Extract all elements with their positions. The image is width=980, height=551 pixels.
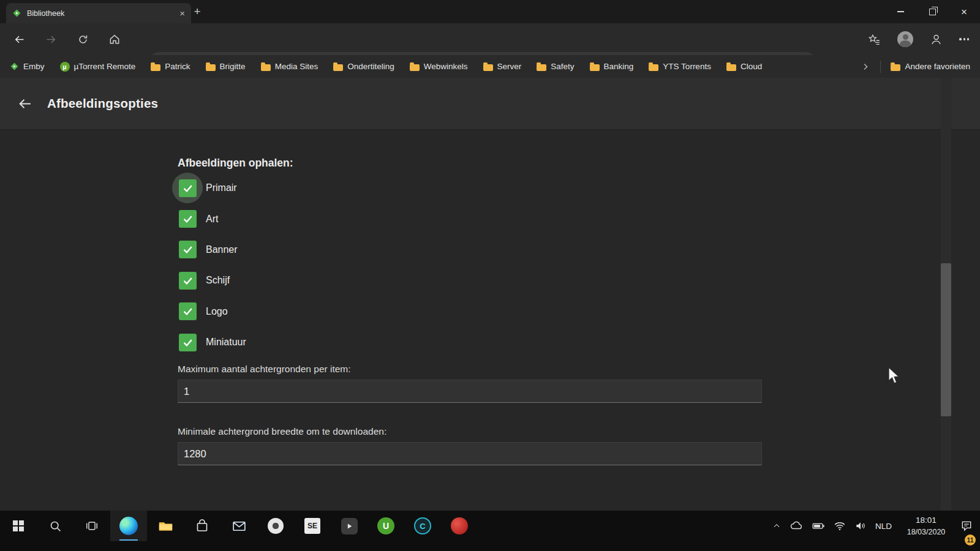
min-width-label: Minimale achtergrond breedte om te downl… — [178, 426, 386, 437]
network-wifi-icon[interactable] — [834, 520, 846, 532]
checkbox-row-schijf[interactable]: Schijf — [172, 265, 246, 296]
taskbar-voice-recorder-button[interactable] — [257, 511, 294, 541]
checkbox-row-primair[interactable]: Primair — [172, 173, 246, 203]
checkbox-primair[interactable] — [179, 179, 197, 197]
browser-tab[interactable]: Bibliotheek × — [6, 3, 191, 23]
minimize-button[interactable] — [884, 0, 916, 23]
browser-toolbar: https://www.privateyes.video :8920/web/i… — [0, 23, 980, 55]
bookmark-label: Ondertiteling — [347, 62, 394, 71]
bookmark-folder-media-sites[interactable]: Media Sites — [261, 62, 318, 71]
bookmark-label: Banking — [604, 62, 634, 71]
file-explorer-icon — [157, 518, 174, 534]
page-header: Afbeeldingsopties — [0, 78, 980, 130]
checkbox-logo[interactable] — [179, 302, 197, 320]
notification-count-badge: 11 — [965, 534, 976, 545]
bookmark-label: Server — [497, 62, 522, 71]
back-button[interactable] — [9, 29, 29, 50]
windows-taskbar: SE U C NLD 18:01 18/03/2020 — [0, 511, 980, 551]
bookmark-folder-patrick[interactable]: Patrick — [151, 62, 190, 71]
checkbox-art[interactable] — [179, 210, 197, 228]
taskbar-app-red-button[interactable] — [441, 511, 478, 541]
onedrive-cloud-icon[interactable] — [790, 519, 803, 533]
task-view-button[interactable] — [74, 511, 110, 541]
dialog-content: Afbeeldingen ophalen: Primair Art — [0, 130, 980, 511]
checkbox-banner[interactable] — [179, 241, 197, 258]
checkbox-row-art[interactable]: Art — [172, 203, 246, 234]
bookmark-folder-server[interactable]: Server — [483, 62, 522, 71]
checkbox-label: Schijf — [206, 275, 230, 286]
favorites-bar-icon[interactable] — [868, 33, 881, 46]
tray-chevron-up-icon[interactable] — [772, 522, 781, 530]
scrollbar-thumb[interactable] — [941, 263, 951, 416]
taskbar-file-explorer-button[interactable] — [147, 511, 184, 541]
folder-icon — [151, 64, 160, 71]
checkbox-label: Logo — [206, 306, 228, 317]
bookmark-folder-safety[interactable]: Safety — [537, 62, 574, 71]
max-backdrops-input[interactable] — [178, 380, 762, 403]
back-arrow-icon — [17, 96, 32, 111]
profile-avatar[interactable] — [897, 31, 913, 47]
bookmark-emby[interactable]: Emby — [10, 62, 45, 71]
back-icon — [13, 33, 26, 46]
refresh-button[interactable] — [72, 29, 93, 50]
folder-icon — [333, 64, 343, 71]
home-button[interactable] — [104, 29, 125, 50]
checkmark-icon — [182, 244, 194, 255]
battery-icon[interactable] — [812, 519, 825, 533]
bookmarks-overflow-chevron-icon[interactable] — [861, 62, 870, 72]
taskbar-utorrent-web-button[interactable]: U — [368, 511, 404, 541]
bookmark-other-favorites[interactable]: Andere favorieten — [891, 62, 970, 71]
taskbar-edge-button[interactable] — [110, 511, 147, 541]
bookmark-folder-brigitte[interactable]: Brigitte — [206, 62, 246, 71]
min-width-input[interactable] — [178, 442, 762, 465]
checkmark-icon — [182, 213, 194, 225]
folder-icon — [206, 64, 216, 71]
microsoft-store-icon — [195, 519, 209, 533]
bookmark-folder-ondertiteling[interactable]: Ondertiteling — [333, 62, 394, 71]
taskbar-app-c-button[interactable]: C — [404, 511, 441, 541]
checkbox-row-miniatuur[interactable]: Miniatuur — [172, 327, 246, 358]
bookmark-label: Media Sites — [275, 62, 318, 71]
action-center-icon[interactable] — [960, 520, 973, 532]
checkbox-row-banner[interactable]: Banner — [172, 234, 246, 265]
mail-icon — [232, 519, 247, 534]
volume-icon[interactable] — [854, 520, 867, 532]
taskbar-subtitle-edit-button[interactable]: SE — [294, 511, 331, 541]
focus-halo — [172, 204, 203, 234]
bookmark-folder-banking[interactable]: Banking — [590, 62, 634, 71]
forward-button[interactable] — [40, 29, 61, 50]
language-indicator[interactable]: NLD — [875, 522, 892, 531]
checkbox-label: Primair — [206, 182, 237, 193]
close-button[interactable]: × — [948, 0, 980, 23]
bookmark-folder-cloud[interactable]: Cloud — [726, 62, 762, 71]
windows-logo-icon — [13, 520, 24, 531]
taskbar-mail-button[interactable] — [221, 511, 257, 541]
checkmark-icon — [182, 337, 194, 348]
checkbox-schijf[interactable] — [179, 272, 197, 290]
utorrent-icon: µ — [60, 62, 70, 72]
start-button[interactable] — [0, 511, 37, 541]
feedback-icon[interactable] — [930, 33, 943, 46]
checkbox-label: Miniatuur — [206, 337, 246, 348]
bookmark-utorrent-remote[interactable]: µ µTorrent Remote — [60, 62, 136, 72]
bookmark-label: YTS Torrents — [663, 62, 711, 71]
taskbar-media-app-button[interactable] — [331, 511, 368, 541]
folder-icon — [537, 64, 546, 71]
fetch-images-label: Afbeeldingen ophalen: — [178, 157, 293, 170]
taskbar-store-button[interactable] — [184, 511, 221, 541]
bookmark-folder-webwinkels[interactable]: Webwinkels — [410, 62, 468, 71]
checkbox-row-logo[interactable]: Logo — [172, 296, 246, 327]
tab-close-icon[interactable]: × — [179, 9, 185, 18]
page-back-button[interactable] — [17, 96, 32, 111]
clock-time: 18:01 — [900, 514, 952, 527]
new-tab-button[interactable]: + — [189, 4, 206, 20]
settings-menu-icon[interactable] — [959, 38, 969, 40]
bookmark-label: Webwinkels — [424, 62, 468, 71]
folder-icon — [649, 64, 658, 71]
checkbox-miniatuur[interactable] — [179, 334, 197, 351]
restore-button[interactable] — [916, 0, 948, 23]
bookmarks-bar: Emby µ µTorrent Remote Patrick Brigitte … — [0, 55, 980, 78]
taskbar-search-button[interactable] — [37, 511, 74, 541]
taskbar-clock[interactable]: 18:01 18/03/2020 — [900, 514, 952, 538]
bookmark-folder-yts-torrents[interactable]: YTS Torrents — [649, 62, 711, 71]
